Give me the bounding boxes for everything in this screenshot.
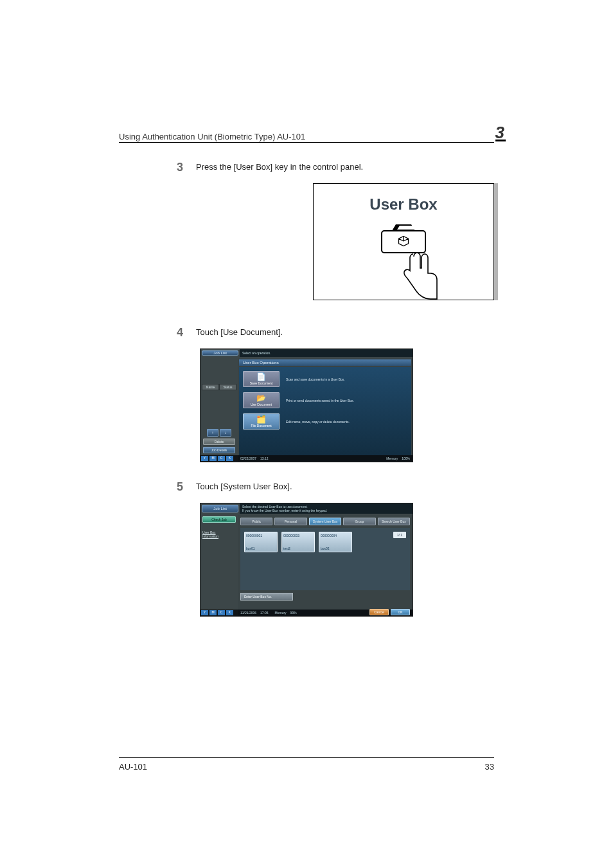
op-label: Use Document [251,402,272,406]
tab-personal[interactable]: Personal [274,518,306,525]
cancel-button[interactable]: Cancel [369,609,389,615]
step-number: 5 [119,480,183,494]
enter-userbox-no-button[interactable]: Enter User Box No. [240,593,293,601]
box-tile[interactable]: 000000001 box01 [244,532,278,552]
footer-date: 11/21/2006 17:05 Memory 99% Cancel OK [238,610,413,616]
header-title: Using Authentication Unit (Biometric Typ… [119,132,484,141]
box-id: 000000004 [321,534,350,538]
date-value: 11/21/2006 [240,611,256,615]
tab-search-user-box[interactable]: Search User Box [378,518,410,525]
footer-chip[interactable]: M [209,456,217,461]
time-value: 17:05 [260,611,269,615]
save-document-button[interactable]: 📄 Save Document [243,371,280,387]
screenshot-system-user-box: Job List Select the desired User Box to … [200,503,413,617]
op-label: Save Document [250,381,273,385]
file-icon: 🗂️ [256,415,266,423]
footer-left: AU-101 [119,762,147,772]
op-label: File Document [251,424,271,428]
box-name: box01 [246,547,276,550]
chapter-number: 3 [495,125,506,141]
footer-chip[interactable]: Y [201,456,208,461]
screenshot-footer: Y M C K 02/22/2007 13:12 Memory 100% [200,455,413,462]
userbox-info-label: User Box Information [202,530,236,538]
screenshot-footer: Y M C K 11/21/2006 17:05 Memory 99% Canc… [200,610,413,616]
tab-group[interactable]: Group [343,518,375,525]
step-text: Touch [System User Box]. [183,480,494,494]
step-text: Touch [Use Document]. [183,326,494,339]
op-desc: Scan and save documents in a User Box. [286,377,407,381]
screenshot-use-document: Job List Select an operation. Name Statu… [200,348,413,462]
footer-chip[interactable]: C [218,456,225,461]
memory-pct: 99% [290,611,297,615]
use-icon: 📂 [256,394,266,402]
userbox-panel: User Box [313,183,494,300]
op-desc: Edit name, move, copy or delete document… [286,420,407,424]
message-bar: Select an operation. [240,349,413,357]
main-column: User Box Operations 📄 Save Document Scan… [238,358,413,455]
use-document-button[interactable]: 📂 Use Document [243,392,280,408]
op-file-document: 🗂️ File Document Edit name, move, copy o… [243,413,407,429]
footer-right: 33 [485,762,494,772]
step-number: 4 [119,326,183,339]
footer-icons: Y M C K [200,455,238,462]
memory-label: Memory [386,457,398,460]
userbox-title: User Box [314,195,493,213]
box-id: 000000001 [246,534,276,538]
op-desc: Print or send documents saved in the Use… [286,399,407,402]
tab-public[interactable]: Public [240,518,272,525]
date-value: 02/22/2007 [240,457,256,460]
box-name: test2 [283,547,313,550]
check-job-button[interactable]: Check Job [202,516,236,523]
footer-chip[interactable]: Y [201,610,208,615]
message-bar: Select the desired User Box to use docum… [240,503,413,514]
box-id: 000000003 [283,534,313,538]
col-name: Name [202,384,218,390]
operations-bar: User Box Operations [239,359,411,366]
footer-chip[interactable]: K [226,610,233,615]
op-use-document: 📂 Use Document Print or send documents s… [243,392,407,408]
box-tile[interactable]: 000000003 test2 [281,532,315,552]
step-5: 5 Touch [System User Box]. [119,480,494,494]
delete-button[interactable]: Delete [203,439,235,445]
info-line2: Information [202,534,218,538]
step-number: 3 [119,161,183,174]
col-status: Status [220,384,236,390]
footer-chip[interactable]: K [226,456,233,461]
box-tile[interactable]: 000000004 box02 [319,532,352,552]
op-save-document: 📄 Save Document Scan and save documents … [243,371,407,387]
memory-pct: 100% [402,457,410,460]
trapezoid-icon [392,224,415,231]
operations-panel: 📄 Save Document Scan and save documents … [239,367,411,457]
hand-icon [400,251,439,304]
footer-icons: Y M C K [200,610,238,616]
userbox-illustration: User Box [119,183,494,300]
page-footer: AU-101 33 [119,757,494,772]
tab-system-user-box[interactable]: System User Box [309,518,341,525]
main-column: Public Personal System User Box Group Se… [238,515,413,610]
arrow-down-button[interactable]: ↓ [220,429,231,437]
left-column: Check Job User Box Information [200,515,238,610]
footer-chip[interactable]: M [209,610,217,615]
box-name: box02 [321,547,350,550]
arrow-up-button[interactable]: ↑ [207,429,218,437]
ok-button[interactable]: OK [391,609,410,615]
save-icon: 📄 [256,373,266,381]
msg-line2: If you know the User Box number, enter i… [242,509,410,512]
left-column: Name Status ↑ ↓ Delete Job Details [200,358,238,455]
page-indicator: 1/ 1 [393,532,406,538]
footer-date: 02/22/2007 13:12 Memory 100% [238,455,413,462]
footer-chip[interactable]: C [218,610,225,615]
file-document-button[interactable]: 🗂️ File Document [243,413,280,429]
userbox-key [381,230,426,253]
step-4: 4 Touch [Use Document]. [119,326,494,339]
step-text: Press the [User Box] key in the control … [183,161,494,174]
step-3: 3 Press the [User Box] key in the contro… [119,161,494,174]
joblist-button[interactable]: Job List [202,505,238,512]
memory-label: Memory [275,611,287,615]
box-icon [397,235,410,249]
time-value: 13:12 [260,457,269,460]
job-details-button[interactable]: Job Details [203,447,235,453]
box-area: 000000001 box01 000000003 test2 00000000… [240,528,410,590]
joblist-button[interactable]: Job List [202,350,238,356]
page-header: Using Authentication Unit (Biometric Typ… [119,125,494,143]
